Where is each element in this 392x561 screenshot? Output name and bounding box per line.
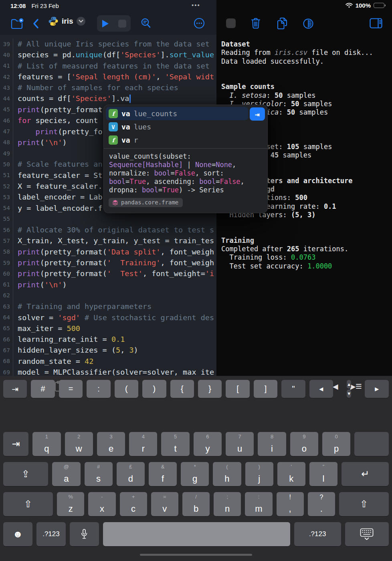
completion-item[interactable]: fvalue_counts xyxy=(106,107,248,120)
key-h[interactable]: (h xyxy=(213,462,241,486)
key-v[interactable]: =v xyxy=(151,492,178,516)
key-tab[interactable]: ⇥ xyxy=(3,380,27,398)
key-n[interactable]: ;n xyxy=(214,492,241,516)
key-u[interactable]: 7u xyxy=(226,432,254,456)
key-a[interactable]: @a xyxy=(52,462,80,486)
trash-icon[interactable] xyxy=(251,17,261,29)
code-line[interactable]: 59print(pretty_format(' Training', font_… xyxy=(0,257,216,268)
key-caps-lock[interactable]: ⇪ xyxy=(3,462,48,486)
screen: 12:08 Fri 23 Feb ••• 100% iris xyxy=(0,0,392,561)
key-cursor-up-down[interactable]: ▲▼ xyxy=(337,380,361,398)
key-s[interactable]: #s xyxy=(85,462,113,486)
key-x[interactable]: -x xyxy=(88,492,115,516)
chevron-down-icon[interactable] xyxy=(77,17,85,26)
key-t[interactable]: 5t xyxy=(161,432,189,456)
key-dismiss-keyboard[interactable] xyxy=(345,522,389,546)
stop-icon[interactable] xyxy=(118,20,126,28)
back-chevron-icon[interactable] xyxy=(32,18,39,29)
key-equals[interactable]: = xyxy=(59,380,83,398)
key-numbers[interactable]: .?123 xyxy=(36,522,66,546)
key-l[interactable]: "l xyxy=(309,462,337,486)
key-cursor-left[interactable]: ◀ xyxy=(309,380,333,398)
search-icon[interactable] xyxy=(140,18,152,29)
key-sublabel: & xyxy=(149,464,177,470)
code-line[interactable]: 69model = MLPClassifier(solver=solver, m… xyxy=(0,367,216,376)
code-line[interactable]: 42features = ['Sepal length (cm)', 'Sepa… xyxy=(0,71,216,82)
code-line[interactable]: 60print(pretty_format(' Test', font_weig… xyxy=(0,268,216,279)
key-dictation[interactable] xyxy=(70,522,99,546)
completion-item[interactable]: fvar xyxy=(104,133,267,147)
code-line[interactable]: 56# Allocate 30% of original dataset to … xyxy=(0,224,216,235)
key-label: w xyxy=(65,444,93,454)
code-line[interactable]: 66learning_rate_init = 0.1 xyxy=(0,334,216,345)
key-shift[interactable]: ⇧ xyxy=(339,492,389,516)
run-icon[interactable] xyxy=(101,19,109,28)
key-hash[interactable]: # xyxy=(31,380,55,398)
code-line[interactable]: 41# List of measured features in the dat… xyxy=(0,61,216,71)
key-,[interactable]: !, xyxy=(277,492,304,516)
key-w[interactable]: 2w xyxy=(65,432,93,456)
code-line[interactable]: 64solver = 'sgd' # Use stochastic gradie… xyxy=(0,312,216,323)
key-bracket-close[interactable]: ] xyxy=(254,380,277,398)
sidebar-toggle-icon[interactable] xyxy=(370,18,382,28)
key-p[interactable]: 0p xyxy=(322,432,350,456)
code-line[interactable]: 57X_train, X_test, y_train, y_test = tra… xyxy=(0,235,216,246)
tab-complete-button[interactable]: ⇥ xyxy=(250,107,265,121)
code-line[interactable]: 58print(pretty_format('Data split', font… xyxy=(0,246,216,257)
key-e[interactable]: 3e xyxy=(97,432,125,456)
code-line[interactable]: 55 xyxy=(0,214,216,224)
key-tab[interactable]: ⇥ xyxy=(3,432,28,456)
code-line[interactable]: 67hidden_layer_sizes = (5, 3) xyxy=(0,345,216,355)
key-b[interactable]: /b xyxy=(182,492,210,516)
cursor-up-half[interactable]: ▲ xyxy=(347,380,351,389)
console-line xyxy=(221,66,392,74)
key-label: r xyxy=(129,444,157,454)
key-colon[interactable]: : xyxy=(87,380,110,398)
key-y[interactable]: 6y xyxy=(194,432,222,456)
key-cursor-right[interactable]: ▶ xyxy=(365,380,388,398)
cursor-down-half[interactable]: ▼ xyxy=(347,389,351,398)
file-tab[interactable]: iris xyxy=(48,16,85,26)
code-line[interactable]: 63# Training and hyperparameters xyxy=(0,301,216,312)
key-m[interactable]: :m xyxy=(245,492,272,516)
key-r[interactable]: 4r xyxy=(129,432,157,456)
key-c[interactable]: +c xyxy=(120,492,147,516)
key-g[interactable]: *g xyxy=(181,462,209,486)
key-q[interactable]: 1q xyxy=(32,432,61,456)
key-quote[interactable]: " xyxy=(281,380,305,398)
key-f[interactable]: &f xyxy=(149,462,177,486)
more-circle-icon[interactable] xyxy=(194,18,205,29)
copy-docs-icon[interactable] xyxy=(277,17,288,30)
code-line[interactable]: 68random_state = 42 xyxy=(0,356,216,367)
key-j[interactable]: )j xyxy=(245,462,273,486)
key-emoji[interactable]: ☻ xyxy=(3,522,32,546)
key-bracket-open[interactable]: [ xyxy=(226,380,249,398)
code-line[interactable]: 44counts = df['Species'].va xyxy=(0,93,216,104)
key-shift[interactable]: ⇧ xyxy=(3,492,53,516)
completion-match: va xyxy=(121,123,130,131)
key-brace-close[interactable]: } xyxy=(198,380,222,398)
contrast-icon[interactable] xyxy=(303,18,314,29)
key-numbers[interactable]: .?123 xyxy=(294,522,341,546)
key-space[interactable] xyxy=(103,522,290,546)
folder-run-icon[interactable] xyxy=(10,18,25,30)
key-o[interactable]: 9o xyxy=(290,432,318,456)
key-i[interactable]: 8i xyxy=(258,432,286,456)
key-k[interactable]: 'k xyxy=(277,462,305,486)
code-line[interactable]: 61print('\n') xyxy=(0,279,216,290)
key-paren-open[interactable]: ( xyxy=(115,380,138,398)
key-brace-open[interactable]: { xyxy=(170,380,194,398)
key-d[interactable]: £d xyxy=(117,462,145,486)
key-return[interactable]: ↵ xyxy=(341,462,389,486)
home-indicator[interactable] xyxy=(140,554,252,556)
code-line[interactable]: 62 xyxy=(0,290,216,301)
key-backspace[interactable] xyxy=(354,432,389,456)
key-.[interactable]: ?. xyxy=(308,492,335,516)
key-z[interactable]: %z xyxy=(57,492,84,516)
code-line[interactable]: 65max_iter = 500 xyxy=(0,323,216,334)
key-paren-close[interactable]: ) xyxy=(142,380,166,398)
completion-item[interactable]: Vvalues xyxy=(104,120,267,133)
code-line[interactable]: 39# All unique Iris species from the dat… xyxy=(0,38,216,49)
code-line[interactable]: 43# Number of samples for each species xyxy=(0,82,216,93)
code-line[interactable]: 40species = pd.unique(df['Species'].sort… xyxy=(0,49,216,60)
